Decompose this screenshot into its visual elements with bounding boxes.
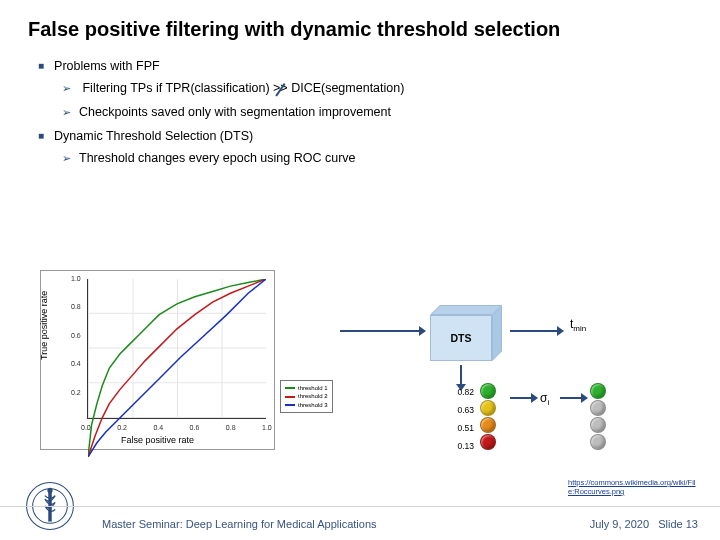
bullet-threshold-changes: Threshold changes every epoch using ROC … <box>62 151 692 165</box>
roc-lines <box>88 279 266 457</box>
footer-date: July 9, 2020 <box>590 518 649 530</box>
svg-point-3 <box>47 488 52 493</box>
bullet-filtering-b: DICE(segmentation) <box>291 81 404 95</box>
slide: False positive filtering with dynamic th… <box>0 0 720 540</box>
tmin-label: tmin <box>570 317 586 333</box>
footer-slide: Slide 13 <box>658 518 698 530</box>
roc-legend: threshold 1threshold 2threshold 3 <box>280 380 333 413</box>
roc-xlabel: False positive rate <box>41 435 274 445</box>
bullet-filtering: Filtering TPs if TPR(classification) >> … <box>62 81 692 95</box>
sigma-label: σi <box>540 391 549 407</box>
arrow-to-tmin <box>510 330 558 332</box>
sigma-sub: i <box>547 398 549 407</box>
arrow-down-from-dts <box>460 365 462 385</box>
dts-box: DTS <box>430 305 502 361</box>
bullet-checkpoints: Checkpoints saved only with segmentation… <box>62 105 692 119</box>
tmin-sub: min <box>573 324 586 333</box>
threshold-values: 0.820.630.510.13 <box>444 383 474 455</box>
traffic-lights-colored <box>480 382 504 451</box>
image-source-link[interactable]: https://commons.wikimedia.org/wiki/File:… <box>568 478 698 496</box>
diagram-area: True positive rate False positive rate 0… <box>40 255 680 465</box>
bullet-dts-heading: Dynamic Threshold Selection (DTS) <box>38 129 692 143</box>
arrow-to-sigma <box>510 397 532 399</box>
footer-title: Master Seminar: Deep Learning for Medica… <box>102 518 377 530</box>
dts-box-side <box>492 305 502 361</box>
dts-box-top <box>430 305 502 315</box>
traffic-lights-grey <box>590 382 614 451</box>
roc-ylabel: True positive rate <box>39 291 49 360</box>
struck-gt: >> <box>273 81 288 95</box>
bullet-problems: Problems with FPF <box>38 59 692 73</box>
roc-plot: True positive rate False positive rate 0… <box>40 270 275 450</box>
footer: Master Seminar: Deep Learning for Medica… <box>0 506 720 540</box>
footer-right: July 9, 2020 Slide 13 <box>590 518 698 530</box>
roc-axes <box>87 279 266 419</box>
bullet-filtering-a: Filtering TPs if TPR(classification) <box>82 81 273 95</box>
dts-box-front: DTS <box>430 315 492 361</box>
arrow-to-grey-lights <box>560 397 582 399</box>
arrow-to-dts <box>340 330 420 332</box>
slide-title: False positive filtering with dynamic th… <box>28 18 692 41</box>
